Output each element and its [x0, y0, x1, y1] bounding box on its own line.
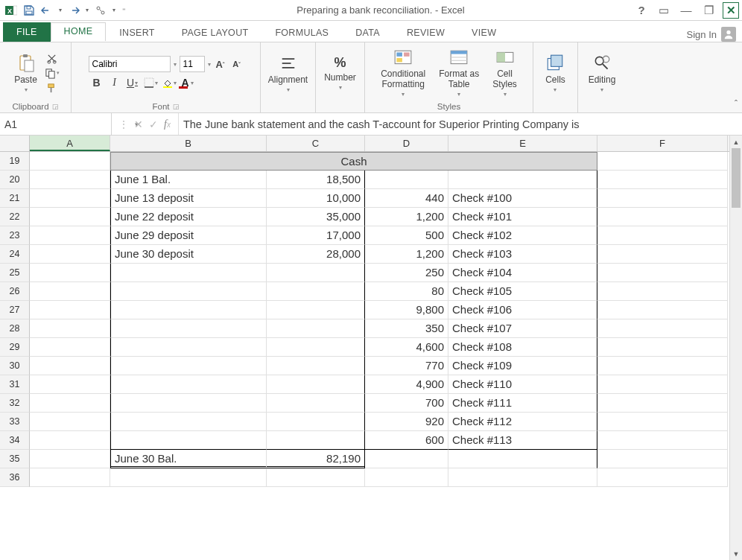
- cell[interactable]: [30, 152, 110, 171]
- cell[interactable]: 4,600: [365, 338, 448, 357]
- ribbon-display-options-icon[interactable]: ▭: [656, 2, 672, 19]
- cell[interactable]: [267, 264, 365, 282]
- row-header[interactable]: 29: [0, 338, 30, 357]
- sign-in[interactable]: Sign In: [687, 27, 742, 42]
- row-header[interactable]: 23: [0, 226, 30, 245]
- cell[interactable]: 440: [365, 189, 448, 208]
- undo-icon[interactable]: [39, 2, 55, 19]
- cell[interactable]: [365, 450, 448, 468]
- row-header[interactable]: 20: [0, 171, 30, 189]
- format-as-table-button[interactable]: Format as Table▾: [436, 47, 482, 98]
- cell[interactable]: Check #107: [448, 319, 597, 338]
- cell[interactable]: Check #113: [448, 431, 597, 450]
- cell[interactable]: [110, 264, 267, 282]
- cell[interactable]: Check #102: [448, 226, 597, 245]
- cancel-formula-icon[interactable]: ✕: [134, 118, 143, 130]
- cell[interactable]: [267, 394, 365, 413]
- italic-button[interactable]: I: [108, 75, 121, 90]
- cell[interactable]: [597, 413, 728, 431]
- row-header[interactable]: 25: [0, 264, 30, 282]
- cell[interactable]: [30, 357, 110, 375]
- cell[interactable]: 1,200: [365, 245, 448, 264]
- cell[interactable]: [597, 282, 728, 301]
- cell[interactable]: [365, 468, 448, 487]
- font-color-button[interactable]: A▾: [181, 75, 194, 90]
- row-header[interactable]: 21: [0, 189, 30, 208]
- font-size-input[interactable]: [180, 56, 205, 72]
- scroll-track[interactable]: [730, 148, 742, 547]
- touch-dropdown-icon[interactable]: ▾: [110, 2, 118, 19]
- cell[interactable]: [30, 375, 110, 394]
- row-header[interactable]: 27: [0, 301, 30, 319]
- cell[interactable]: 250: [365, 264, 448, 282]
- cell[interactable]: 920: [365, 413, 448, 431]
- col-header-C[interactable]: C: [267, 136, 365, 151]
- cell[interactable]: [448, 171, 597, 189]
- cell[interactable]: Check #108: [448, 338, 597, 357]
- row-header[interactable]: 22: [0, 208, 30, 226]
- formula-input[interactable]: The June bank statement and the cash T-a…: [178, 113, 742, 135]
- cell[interactable]: 350: [365, 319, 448, 338]
- cell[interactable]: [267, 413, 365, 431]
- name-box[interactable]: ▾: [0, 113, 112, 135]
- cell[interactable]: [267, 431, 365, 450]
- font-launcher-icon[interactable]: ◲: [173, 103, 180, 110]
- cell[interactable]: June 1 Bal.: [110, 171, 267, 189]
- borders-button[interactable]: ▾: [144, 75, 158, 90]
- row-header[interactable]: 36: [0, 468, 30, 487]
- cell[interactable]: [30, 226, 110, 245]
- cell[interactable]: [597, 319, 728, 338]
- cell[interactable]: [30, 338, 110, 357]
- paste-button[interactable]: Paste ▾: [11, 52, 40, 95]
- tab-review[interactable]: REVIEW: [393, 24, 458, 42]
- cell[interactable]: June 29 deposit: [110, 226, 267, 245]
- cell[interactable]: [597, 450, 728, 468]
- cell[interactable]: Check #105: [448, 282, 597, 301]
- minimize-icon[interactable]: —: [678, 2, 694, 19]
- cell[interactable]: Check #103: [448, 245, 597, 264]
- cell[interactable]: [110, 413, 267, 431]
- editing-button[interactable]: Editing ▾: [586, 52, 619, 95]
- cell[interactable]: June 30 deposit: [110, 245, 267, 264]
- col-header-D[interactable]: D: [365, 136, 448, 151]
- cell[interactable]: [110, 338, 267, 357]
- increase-font-icon[interactable]: Aˆ: [214, 56, 227, 72]
- cell[interactable]: 35,000: [267, 208, 365, 226]
- cell[interactable]: June 13 deposit: [110, 189, 267, 208]
- copy-icon[interactable]: ▾: [45, 66, 60, 80]
- cell[interactable]: Check #112: [448, 413, 597, 431]
- cell[interactable]: 82,190: [267, 450, 365, 468]
- cell[interactable]: [30, 468, 110, 487]
- cell[interactable]: 770: [365, 357, 448, 375]
- cell[interactable]: Check #101: [448, 208, 597, 226]
- cell[interactable]: [597, 357, 728, 375]
- cell[interactable]: [267, 375, 365, 394]
- cell[interactable]: [597, 338, 728, 357]
- cell[interactable]: [30, 282, 110, 301]
- undo-dropdown-icon[interactable]: ▾: [57, 2, 64, 19]
- redo-dropdown-icon[interactable]: ▾: [83, 2, 91, 19]
- cell[interactable]: Check #110: [448, 375, 597, 394]
- cell[interactable]: [30, 431, 110, 450]
- cell[interactable]: [267, 282, 365, 301]
- cell[interactable]: [448, 450, 597, 468]
- cell[interactable]: 80: [365, 282, 448, 301]
- row-header[interactable]: 26: [0, 282, 30, 301]
- cell[interactable]: [30, 245, 110, 264]
- tab-page-layout[interactable]: PAGE LAYOUT: [168, 24, 262, 42]
- col-header-F[interactable]: F: [597, 136, 728, 151]
- restore-icon[interactable]: ❐: [700, 2, 717, 19]
- font-size-dropdown-icon[interactable]: ▾: [208, 61, 211, 68]
- cell[interactable]: 10,000: [267, 189, 365, 208]
- tab-view[interactable]: VIEW: [458, 24, 510, 42]
- cell[interactable]: [30, 301, 110, 319]
- conditional-formatting-button[interactable]: Conditional Formatting▾: [378, 47, 428, 98]
- touch-mode-icon[interactable]: [92, 2, 109, 19]
- cell[interactable]: [267, 468, 365, 487]
- row-header[interactable]: 24: [0, 245, 30, 264]
- collapse-ribbon-icon[interactable]: ˆ: [735, 99, 738, 109]
- number-button[interactable]: % Number ▾: [321, 54, 359, 92]
- cell-styles-button[interactable]: Cell Styles▾: [489, 47, 520, 98]
- cell[interactable]: [597, 468, 728, 487]
- cell[interactable]: [110, 282, 267, 301]
